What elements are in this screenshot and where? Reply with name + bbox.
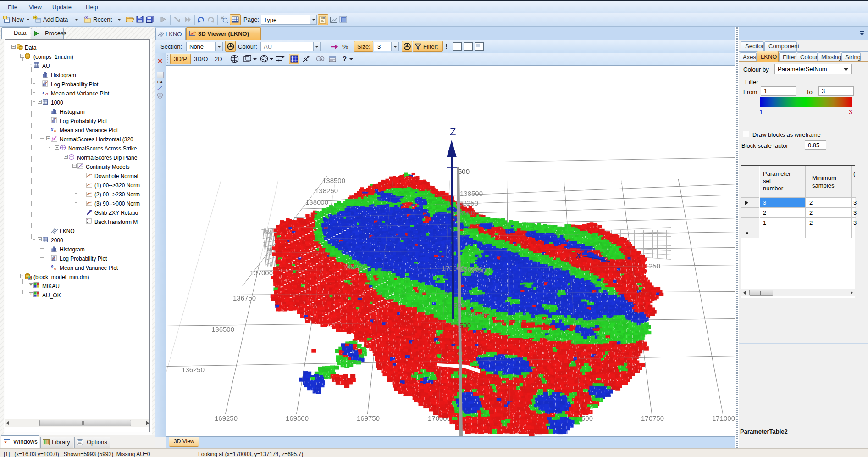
svg-text:x̄: x̄ [51, 127, 54, 132]
svg-text:?: ? [343, 55, 347, 62]
svg-text:σ: σ [54, 128, 57, 133]
svg-text:x̄: x̄ [42, 90, 45, 95]
svg-text:σ: σ [54, 266, 57, 270]
svg-text:x̄: x̄ [51, 265, 54, 269]
svg-text:σ: σ [45, 92, 48, 96]
